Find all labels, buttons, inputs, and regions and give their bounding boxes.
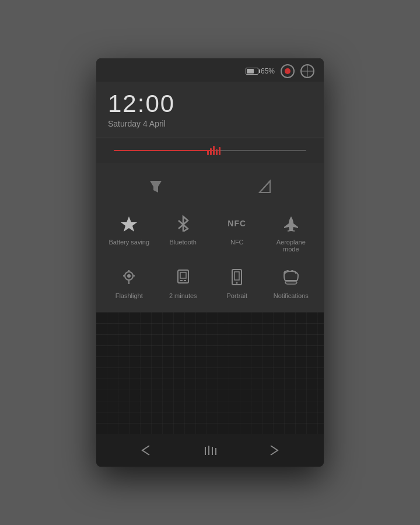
svg-marker-0 [150, 181, 162, 192]
phone-frame: 65% 12:00 Saturday 4 April [96, 58, 324, 467]
battery-percent: 65% [261, 67, 275, 75]
qs-portrait[interactable]: Portrait [214, 260, 260, 304]
battery-icon [246, 68, 258, 75]
nav-recents-button[interactable] [257, 439, 292, 462]
timeout-label: 2 minutes [169, 292, 197, 299]
record-dot [285, 68, 290, 74]
nfc-text: NFC [228, 219, 246, 228]
svg-point-16 [236, 282, 238, 284]
nav-back-button[interactable] [128, 439, 163, 462]
toggle-signal-icon[interactable] [250, 172, 279, 201]
volume-slider-track[interactable] [114, 150, 306, 151]
volume-bars [207, 146, 220, 155]
battery-saving-label: Battery saving [108, 239, 149, 246]
aeroplane-icon [281, 213, 302, 234]
nfc-label: NFC [230, 239, 244, 246]
vbar-4 [216, 149, 218, 155]
svg-rect-11 [180, 272, 186, 278]
flashlight-label: Flashlight [116, 292, 143, 299]
svg-marker-3 [121, 216, 137, 232]
svg-rect-15 [235, 272, 239, 280]
screen-timeout-icon [173, 267, 194, 288]
vbar-5 [219, 147, 220, 155]
volume-slider-fill [114, 150, 214, 151]
bluetooth-label: Bluetooth [170, 239, 197, 246]
qs-timeout[interactable]: 2 minutes [160, 260, 206, 304]
qs-bluetooth[interactable]: Bluetooth [160, 206, 206, 257]
notifications-icon [281, 267, 302, 288]
vbar-1 [207, 150, 209, 155]
nfc-icon: NFC [226, 213, 247, 234]
notification-panel: 12:00 Saturday 4 April [96, 82, 324, 434]
portrait-icon [226, 267, 247, 288]
record-icon [281, 64, 295, 78]
wallpaper-area [96, 312, 324, 434]
qs-row-2: Flashlight 2 minutes [102, 260, 318, 304]
portrait-label: Portrait [227, 292, 247, 299]
time-section: 12:00 Saturday 4 April [96, 82, 324, 138]
toggle-filter-icon[interactable] [141, 172, 170, 201]
qs-notifications[interactable]: Notifications [268, 260, 314, 304]
quick-settings: Battery saving Bluetooth NFC [96, 206, 324, 312]
svg-point-5 [127, 274, 131, 278]
toggle-area [96, 163, 324, 206]
time-display: 12:00 [108, 90, 312, 118]
nav-home-button[interactable] [192, 439, 228, 462]
qs-aeroplane[interactable]: Aeroplane mode [268, 206, 314, 257]
date-display: Saturday 4 April [108, 119, 312, 128]
battery-info: 65% [246, 67, 275, 75]
qs-nfc[interactable]: NFC NFC [214, 206, 260, 257]
status-bar: 65% [96, 58, 324, 82]
bottom-nav-bar [96, 434, 324, 467]
battery-saving-icon [118, 213, 139, 234]
aeroplane-label: Aeroplane mode [270, 239, 312, 253]
vbar-2 [210, 148, 212, 155]
bluetooth-icon [173, 213, 194, 234]
flashlight-icon [118, 267, 139, 288]
notifications-label: Notifications [274, 292, 309, 299]
qs-row-1: Battery saving Bluetooth NFC [102, 206, 318, 257]
volume-section[interactable] [96, 138, 324, 163]
globe-icon [300, 64, 314, 78]
vbar-3 [213, 146, 215, 155]
qs-flashlight[interactable]: Flashlight [106, 260, 152, 304]
svg-line-2 [260, 181, 270, 192]
qs-battery-saving[interactable]: Battery saving [106, 206, 152, 257]
